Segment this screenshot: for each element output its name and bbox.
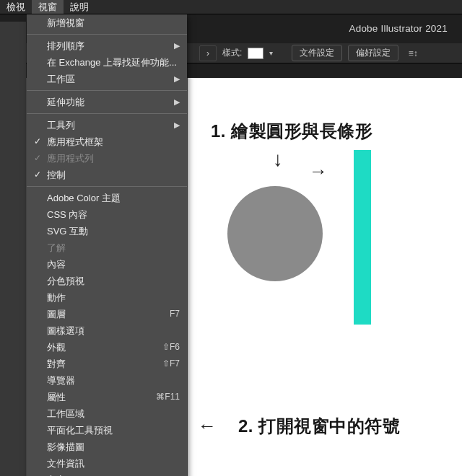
tool-strip <box>0 22 26 476</box>
menu-item-label: 應用程式框架 <box>47 136 103 147</box>
menu-shortcut: ⌘F11 <box>156 391 180 403</box>
menu-item-label: 控制 <box>47 169 66 180</box>
menu-item[interactable]: 文件資訊 <box>27 455 187 472</box>
dropdown-caret-icon[interactable]: ▾ <box>269 49 273 57</box>
menu-item-label: 對齊 <box>47 358 66 369</box>
menu-shortcut: ⇧F7 <box>162 358 180 370</box>
menu-item-label: 分色預視 <box>47 276 84 286</box>
menu-item-label: 動作 <box>47 292 66 303</box>
file-settings-button[interactable]: 文件設定 <box>292 45 342 61</box>
menu-item-label: CSS 內容 <box>47 209 87 220</box>
preferences-button[interactable]: 偏好設定 <box>348 45 398 61</box>
menu-item-label: 工作區域 <box>47 408 84 419</box>
menu-item[interactable]: 圖層F7 <box>27 306 187 322</box>
menu-item[interactable]: 平面化工具預視 <box>27 422 187 438</box>
submenu-arrow-icon: ▶ <box>174 73 180 85</box>
menu-item-label: 內容 <box>47 259 66 270</box>
menu-item[interactable]: 分色預視 <box>27 273 187 289</box>
arrow-down-icon: ↓ <box>273 148 283 171</box>
styles-label: 樣式: <box>222 47 242 59</box>
check-icon: ✓ <box>34 152 41 164</box>
menu-item[interactable]: 排列順序▶ <box>27 38 187 54</box>
menu-item-label: 屬性 <box>47 392 66 402</box>
menu-item: 了解 <box>27 239 187 256</box>
menu-item-label: SVG 互動 <box>47 226 88 237</box>
check-icon: ✓ <box>34 136 41 148</box>
menu-shortcut: F7 <box>170 308 180 320</box>
menu-item[interactable]: SVG 互動 <box>27 223 187 239</box>
menu-separator <box>27 90 187 91</box>
menu-item-label: 圖樣選項 <box>47 325 84 336</box>
menu-item-label: 在 Exchange 上尋找延伸功能... <box>47 57 177 68</box>
style-swatch[interactable] <box>248 48 263 59</box>
menu-item[interactable]: 影像描圖 <box>27 438 187 455</box>
menu-item[interactable]: 圖樣選項 <box>27 322 187 339</box>
menu-item-label: 工具列 <box>47 120 75 131</box>
menu-item[interactable]: 應用程式框架✓ <box>27 133 187 150</box>
app-title: Adobe Illustrator 2021 <box>349 23 448 34</box>
menu-item-label: 應用程式列 <box>47 153 94 164</box>
menu-item-label: 圖層 <box>47 309 66 319</box>
menu-item-label: 外觀 <box>47 342 66 353</box>
menu-item-window[interactable]: 視窗 <box>32 0 64 14</box>
menu-item[interactable]: 屬性⌘F11 <box>27 389 187 405</box>
bar-shape <box>354 150 371 325</box>
window-menu-dropdown: 新增視窗排列順序▶在 Exchange 上尋找延伸功能...工作區▶延伸功能▶工… <box>27 14 187 476</box>
menu-item[interactable]: 外觀⇧F6 <box>27 339 187 356</box>
menu-item-label: 文件資訊 <box>47 458 84 469</box>
menu-bar: 檢視 視窗 說明 <box>0 0 462 14</box>
menu-item[interactable]: 導覽器 <box>27 372 187 389</box>
menu-item[interactable]: 內容 <box>27 256 187 273</box>
chevron-right-icon[interactable]: › <box>199 45 217 61</box>
menu-item-help[interactable]: 說明 <box>64 0 95 14</box>
menu-item-label: 延伸功能 <box>47 97 84 107</box>
submenu-arrow-icon: ▶ <box>174 96 180 108</box>
arrow-right-icon: → <box>309 160 328 182</box>
align-icon[interactable]: ≡↕ <box>404 45 422 61</box>
menu-item[interactable]: 工作區域 <box>27 405 187 422</box>
menu-item[interactable]: 動作 <box>27 289 187 306</box>
submenu-arrow-icon: ▶ <box>174 119 180 131</box>
menu-item-label: Adobe Color 主題 <box>47 193 121 203</box>
menu-item-label: 工作區 <box>47 74 75 84</box>
menu-item-label: 導覽器 <box>47 375 75 386</box>
menu-item-label: 排列順序 <box>47 40 84 51</box>
submenu-arrow-icon: ▶ <box>174 40 180 52</box>
annotation-step1: 1. 繪製圓形與長條形 <box>211 120 372 143</box>
circle-shape <box>227 186 323 281</box>
menu-item[interactable]: 在 Exchange 上尋找延伸功能... <box>27 54 187 71</box>
menu-separator <box>27 186 187 187</box>
menu-separator <box>27 113 187 114</box>
menu-item: 應用程式列✓ <box>27 150 187 167</box>
menu-item-label: 平面化工具預視 <box>47 425 113 436</box>
menu-item-label: 影像描圖 <box>47 441 84 452</box>
annotation-step2: 2. 打開視窗中的符號 <box>238 415 400 438</box>
menu-item[interactable]: 新增視窗 <box>27 14 187 31</box>
arrow-left-icon: ← <box>198 415 217 437</box>
menu-item[interactable]: 控制✓ <box>27 167 187 183</box>
menu-item-label: 了解 <box>47 242 66 253</box>
menu-item-label: 新增視窗 <box>47 17 84 28</box>
menu-item[interactable]: 文字▶ <box>27 472 187 476</box>
menu-item[interactable]: 對齊⇧F7 <box>27 356 187 372</box>
menu-shortcut: ⇧F6 <box>162 341 180 353</box>
menu-item-view[interactable]: 檢視 <box>0 0 32 14</box>
menu-item[interactable]: 工具列▶ <box>27 117 187 133</box>
menu-separator <box>27 34 187 35</box>
menu-item[interactable]: CSS 內容 <box>27 206 187 223</box>
menu-item[interactable]: Adobe Color 主題 <box>27 190 187 206</box>
menu-item[interactable]: 工作區▶ <box>27 71 187 87</box>
check-icon: ✓ <box>34 169 41 181</box>
menu-item[interactable]: 延伸功能▶ <box>27 94 187 110</box>
